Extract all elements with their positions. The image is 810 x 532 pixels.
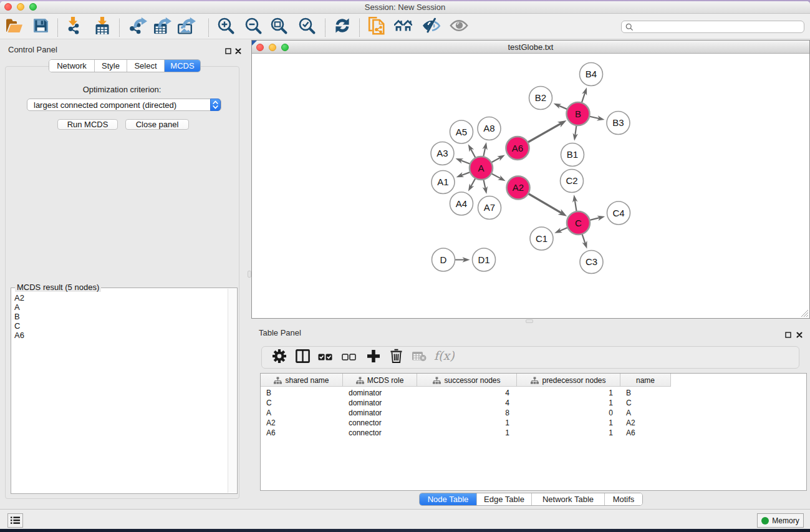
table-cell[interactable]: 1	[517, 418, 613, 428]
table-cell[interactable]: A2	[626, 418, 671, 428]
show-columns-icon[interactable]	[296, 349, 310, 365]
graph-node-A8[interactable]: A8	[478, 117, 501, 140]
tab-style[interactable]: Style	[95, 60, 127, 72]
table-cell[interactable]: B	[626, 388, 671, 398]
graph-node-B[interactable]: B	[567, 102, 590, 125]
tab-network[interactable]: Network	[49, 60, 95, 72]
table-cell[interactable]: C	[266, 398, 343, 408]
column-header-successor-nodes[interactable]: successor nodes	[417, 374, 517, 387]
close-panel-button[interactable]: Close panel	[125, 119, 189, 130]
run-mcds-button[interactable]: Run MCDS	[57, 119, 118, 130]
control-panel-float-button[interactable]	[225, 47, 231, 56]
graph-node-C1[interactable]: C1	[530, 227, 553, 250]
vertical-splitter-grip[interactable]	[248, 271, 251, 278]
zoom-fit-icon[interactable]	[269, 16, 288, 37]
search-field[interactable]	[621, 21, 804, 33]
mcds-result-item[interactable]: B	[14, 312, 24, 321]
mcds-result-list[interactable]: A2ABCA6	[12, 293, 24, 340]
first-neighbors-icon[interactable]	[394, 19, 412, 34]
export-image-icon[interactable]	[178, 17, 196, 37]
delete-column-icon[interactable]	[390, 349, 402, 366]
graph-node-A[interactable]: A	[470, 157, 493, 180]
import-table-icon[interactable]	[94, 17, 110, 37]
select-all-columns-icon[interactable]	[318, 352, 332, 363]
column-header-predecessor-nodes[interactable]: predecessor nodes	[517, 374, 620, 387]
table-panel-close-button[interactable]	[796, 331, 803, 340]
horizontal-splitter-grip[interactable]	[526, 319, 533, 323]
graph-node-B4[interactable]: B4	[580, 63, 603, 86]
graph-node-A1[interactable]: A1	[432, 171, 455, 194]
column-header-name[interactable]: name	[620, 374, 671, 387]
table-cell[interactable]: 0	[517, 408, 613, 418]
refresh-icon[interactable]	[334, 17, 350, 36]
network-window-titlebar[interactable]: testGlobe.txt	[252, 41, 809, 54]
graph-node-B2[interactable]: B2	[529, 87, 552, 110]
graph-node-A4[interactable]: A4	[450, 192, 473, 215]
save-session-icon[interactable]	[33, 18, 49, 36]
table-cell[interactable]: C	[626, 398, 671, 408]
tab-motifs[interactable]: Motifs	[605, 493, 642, 505]
table-cell[interactable]: dominator	[349, 408, 417, 418]
tab-node-table[interactable]: Node Table	[420, 493, 477, 505]
table-cell[interactable]: 1	[517, 398, 613, 408]
table-cell[interactable]: 4	[417, 398, 509, 408]
task-history-button[interactable]	[7, 513, 23, 528]
hide-selected-icon[interactable]	[422, 18, 441, 36]
graph-node-B3[interactable]: B3	[607, 112, 630, 135]
mcds-result-item[interactable]: C	[14, 321, 24, 331]
network-canvas[interactable]: B4B2BB3A8A5A6A3B1AC2A1A2A4A7C4CC1C3DD1	[252, 54, 809, 318]
import-network-icon[interactable]	[65, 17, 82, 37]
graph-node-A2[interactable]: A2	[507, 177, 530, 200]
table-cell[interactable]: 4	[417, 388, 509, 398]
tab-network-table[interactable]: Network Table	[532, 493, 605, 505]
clone-network-icon[interactable]	[368, 16, 385, 37]
tab-select[interactable]: Select	[127, 60, 165, 72]
graph-node-C3[interactable]: C3	[580, 251, 603, 274]
zoom-out-icon[interactable]	[244, 16, 263, 37]
show-all-icon[interactable]	[450, 19, 468, 35]
zoom-in-icon[interactable]	[216, 16, 235, 37]
graph-node-A5[interactable]: A5	[450, 120, 473, 143]
mcds-result-item[interactable]: A	[14, 302, 24, 312]
table-cell[interactable]: A	[626, 408, 671, 418]
result-scrollbar[interactable]	[228, 289, 236, 493]
graph-node-A7[interactable]: A7	[478, 196, 501, 220]
graph-node-D1[interactable]: D1	[473, 248, 496, 271]
graph-node-C4[interactable]: C4	[607, 201, 630, 225]
table-cell[interactable]: B	[266, 388, 343, 398]
open-file-icon[interactable]	[6, 18, 23, 36]
table-cell[interactable]: 1	[517, 428, 613, 438]
table-cell[interactable]: 1	[417, 428, 509, 438]
graph-node-A6[interactable]: A6	[506, 137, 529, 160]
column-header-MCDS-role[interactable]: MCDS role	[343, 374, 417, 387]
memory-button[interactable]: Memory	[757, 513, 804, 528]
table-cell[interactable]: dominator	[349, 388, 417, 398]
graph-node-D[interactable]: D	[432, 248, 455, 271]
mcds-result-item[interactable]: A2	[14, 293, 24, 302]
tab-mcds[interactable]: MCDS	[165, 60, 200, 72]
table-cell[interactable]: A6	[266, 428, 343, 438]
optimization-criterion-select[interactable]: largest connected component (directed)	[27, 99, 221, 111]
export-network-icon[interactable]	[129, 17, 148, 37]
table-cell[interactable]: 1	[517, 388, 613, 398]
window-titlebar[interactable]: Session: New Session	[0, 1, 810, 14]
mcds-result-item[interactable]: A6	[14, 331, 24, 340]
export-table-icon[interactable]	[153, 17, 172, 37]
graph-node-B1[interactable]: B1	[561, 143, 584, 167]
table-settings-gear-icon[interactable]	[272, 349, 286, 365]
table-cell[interactable]: 1	[417, 418, 509, 428]
control-panel-close-button[interactable]	[235, 47, 241, 56]
network-resize-grip[interactable]	[801, 309, 809, 317]
table-cell[interactable]: dominator	[349, 398, 417, 408]
zoom-selected-icon[interactable]	[297, 16, 316, 37]
table-panel-float-button[interactable]	[785, 331, 791, 340]
table-cell[interactable]: 8	[417, 408, 509, 418]
create-column-icon[interactable]	[367, 349, 380, 365]
unselect-all-columns-icon[interactable]	[342, 352, 356, 363]
graph-node-C2[interactable]: C2	[561, 170, 584, 193]
tab-edge-table[interactable]: Edge Table	[477, 493, 532, 505]
search-input[interactable]	[635, 21, 801, 32]
table-cell[interactable]: A	[266, 408, 343, 418]
graph-node-C[interactable]: C	[567, 211, 590, 235]
column-header-shared-name[interactable]: shared name	[261, 374, 343, 387]
